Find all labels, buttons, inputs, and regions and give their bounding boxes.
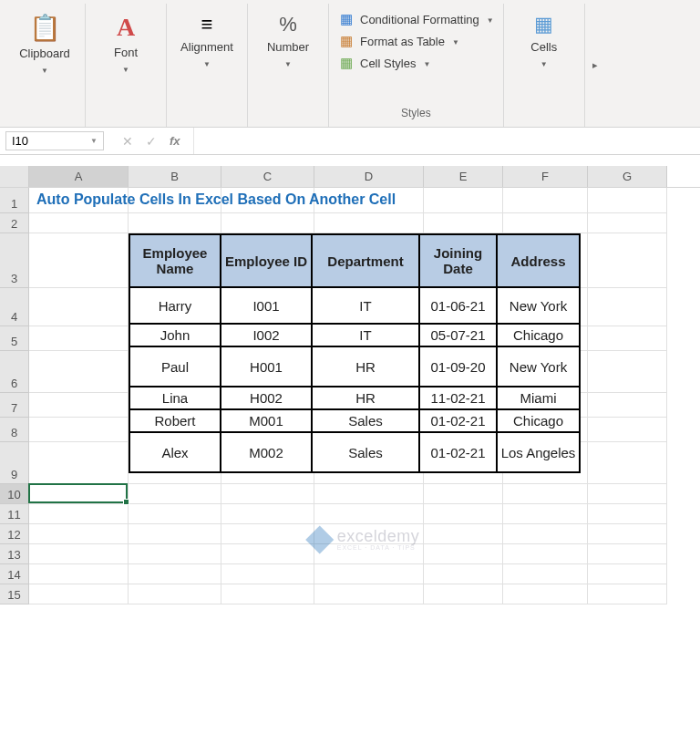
table-cell[interactable]: H001 (221, 346, 312, 387)
data-table: Employee NameEmployee IDDepartmentJoinin… (129, 233, 581, 473)
column-header[interactable]: C (221, 166, 314, 187)
table-row: LinaH002HR11-02-21Miami (129, 387, 580, 409)
column-header[interactable]: B (129, 166, 221, 187)
table-cell[interactable]: Los Angeles (497, 432, 580, 472)
chevron-down-icon: ▼ (203, 60, 211, 68)
table-cell[interactable]: Chicago (497, 324, 580, 346)
table-cell[interactable]: IT (312, 287, 419, 324)
name-box[interactable]: I10 ▼ (5, 131, 104, 150)
row-header[interactable]: 3 (0, 233, 29, 288)
cells-button[interactable]: ▦ Cells ▼ (513, 7, 575, 68)
table-cell[interactable]: 01-06-21 (419, 287, 497, 324)
table-row: JohnI002IT05-07-21Chicago (129, 324, 580, 346)
column-header[interactable]: D (314, 166, 424, 187)
table-cell[interactable]: New York (497, 346, 580, 387)
table-cell[interactable]: I001 (221, 287, 312, 324)
column-header[interactable]: A (29, 166, 129, 187)
column-header[interactable]: F (503, 166, 588, 187)
chevron-down-icon: ▼ (122, 66, 129, 74)
ribbon-expand-button[interactable]: ▸ (585, 4, 605, 127)
styles-group-label: Styles (401, 103, 431, 125)
row-header[interactable]: 14 (0, 564, 29, 584)
conditional-formatting-button[interactable]: ▦ Conditional Formatting ▼ (338, 11, 494, 27)
table-cell[interactable]: 01-09-20 (419, 346, 497, 387)
table-row: RobertM001Sales01-02-21Chicago (129, 409, 580, 432)
row-header[interactable]: 11 (0, 504, 29, 524)
row-header[interactable]: 4 (0, 288, 29, 326)
formula-input[interactable] (193, 128, 700, 154)
format-table-label: Format as Table (360, 35, 445, 48)
chevron-down-icon: ▼ (487, 16, 494, 25)
row-header[interactable]: 8 (0, 418, 29, 442)
table-cell[interactable]: H002 (221, 387, 312, 409)
row-header[interactable]: 7 (0, 393, 29, 418)
table-cell[interactable]: 05-07-21 (419, 324, 497, 346)
ribbon-group-clipboard: 📋 Clipboard ▼ (5, 4, 86, 127)
table-cell[interactable]: HR (312, 387, 419, 409)
cell-styles-button[interactable]: ▦ Cell Styles ▼ (338, 55, 494, 71)
cancel-icon[interactable]: ✕ (122, 134, 133, 149)
table-cell[interactable]: Sales (312, 409, 419, 432)
conditional-formatting-label: Conditional Formatting (360, 13, 479, 26)
fx-icon[interactable]: fx (170, 134, 180, 148)
table-cell[interactable]: Miami (497, 387, 580, 409)
row-header[interactable]: 5 (0, 326, 29, 351)
row-header[interactable]: 2 (0, 213, 29, 233)
watermark: exceldemy EXCEL · DATA · TIPS (310, 528, 420, 551)
watermark-brand: exceldemy (337, 528, 420, 544)
table-cell[interactable]: Lina (129, 387, 221, 409)
table-cell[interactable]: 01-02-21 (419, 409, 497, 432)
table-cell[interactable]: John (129, 324, 221, 346)
table-cell[interactable]: Chicago (497, 409, 580, 432)
cell-grid[interactable]: Auto Populate Cells In Excel Based On An… (29, 188, 700, 604)
percent-icon: % (279, 13, 297, 36)
format-as-table-button[interactable]: ▦ Format as Table ▼ (338, 33, 494, 49)
table-cell[interactable]: M001 (221, 409, 312, 432)
table-cell[interactable]: I002 (221, 324, 312, 346)
enter-icon[interactable]: ✓ (146, 134, 157, 149)
column-header[interactable]: G (588, 166, 667, 187)
table-cell[interactable]: M002 (221, 432, 312, 472)
table-cell[interactable]: 11-02-21 (419, 387, 497, 409)
row-header[interactable]: 6 (0, 351, 29, 393)
table-row: HarryI001IT01-06-21New York (129, 287, 580, 324)
cells-icon: ▦ (534, 13, 553, 36)
table-cell[interactable]: Robert (129, 409, 221, 432)
row-header[interactable]: 9 (0, 442, 29, 484)
font-label: Font (114, 46, 138, 60)
row-header[interactable]: 13 (0, 544, 29, 564)
table-cell[interactable]: New York (497, 287, 580, 324)
table-header-cell: Address (497, 234, 580, 287)
number-button[interactable]: % Number ▼ (257, 7, 319, 68)
column-header[interactable]: E (424, 166, 503, 187)
table-header-cell: Joining Date (419, 234, 497, 287)
table-cell[interactable]: Alex (129, 432, 221, 472)
table-header-cell: Employee Name (129, 234, 221, 287)
select-all-corner[interactable] (0, 166, 29, 187)
ribbon-group-alignment: ≡ Alignment ▼ (167, 4, 248, 127)
ribbon-group-cells: ▦ Cells ▼ (504, 4, 585, 127)
format-table-icon: ▦ (338, 33, 355, 49)
cell-styles-label: Cell Styles (360, 57, 416, 70)
row-headers: 123456789101112131415 (0, 188, 29, 604)
row-header[interactable]: 1 (0, 188, 29, 213)
table-header-cell: Department (312, 234, 419, 287)
table-cell[interactable]: 01-02-21 (419, 432, 497, 472)
table-cell[interactable]: HR (312, 346, 419, 387)
table-cell[interactable]: IT (312, 324, 419, 346)
row-header[interactable]: 15 (0, 584, 29, 604)
font-icon: A (117, 13, 135, 42)
ribbon-group-font: A Font ▼ (86, 4, 167, 127)
table-row: PaulH001HR01-09-20New York (129, 346, 580, 387)
number-label: Number (267, 40, 309, 55)
font-button[interactable]: A Font ▼ (95, 7, 157, 74)
clipboard-label: Clipboard (19, 46, 70, 61)
paste-button[interactable]: 📋 Clipboard ▼ (14, 7, 76, 75)
table-cell[interactable]: Paul (129, 346, 221, 387)
column-headers: ABCDEFG (0, 166, 700, 188)
table-cell[interactable]: Sales (312, 432, 419, 472)
table-cell[interactable]: Harry (129, 287, 221, 324)
alignment-button[interactable]: ≡ Alignment ▼ (176, 7, 238, 68)
row-header[interactable]: 12 (0, 524, 29, 544)
row-header[interactable]: 10 (0, 484, 29, 504)
